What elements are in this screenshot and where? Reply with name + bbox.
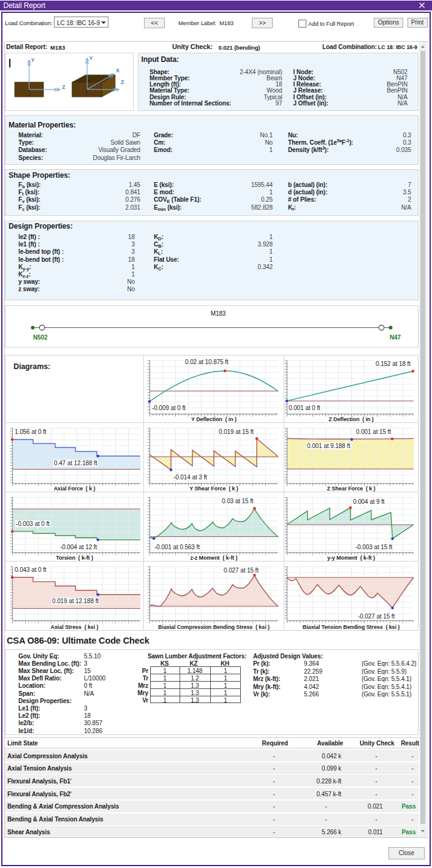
- svg-text:Y: Y: [31, 57, 35, 63]
- svg-text:X: X: [116, 67, 119, 74]
- svg-text:Z: Z: [121, 79, 124, 85]
- svg-text:Z: Z: [62, 84, 66, 90]
- svg-text:Y: Y: [89, 55, 93, 61]
